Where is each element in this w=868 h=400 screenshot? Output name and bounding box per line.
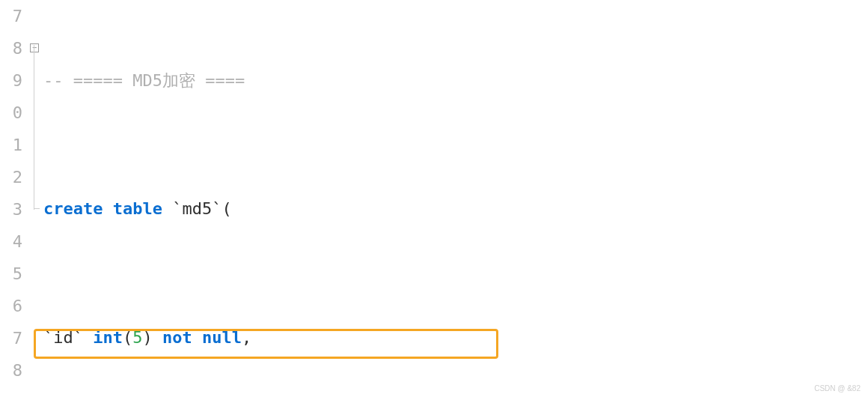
fold-guide-end: [34, 208, 40, 209]
line-number: 2: [0, 161, 22, 193]
code-line[interactable]: create table `md5`(: [43, 193, 868, 225]
watermark-text: CSDN @ &82: [814, 381, 861, 396]
line-number: 0: [0, 97, 22, 129]
kw-null: null: [202, 328, 242, 347]
code-line[interactable]: -- ===== MD5加密 ====: [43, 64, 868, 97]
line-number-gutter: 7 8 9 0 1 2 3 4 5 6 7 8: [0, 0, 28, 400]
code-editor[interactable]: 7 8 9 0 1 2 3 4 5 6 7 8 − -- ===== MD5加密…: [0, 0, 868, 400]
line-number: 7: [0, 0, 22, 32]
line-number: 4: [0, 225, 22, 258]
line-number: 5: [0, 258, 22, 290]
line-number: 3: [0, 193, 22, 225]
fold-toggle-icon[interactable]: −: [30, 43, 39, 52]
line-number: 8: [0, 32, 22, 64]
line-number: 8: [0, 354, 22, 387]
line-number: 6: [0, 290, 22, 322]
kw-int: int: [93, 328, 123, 347]
code-area[interactable]: -- ===== MD5加密 ==== create table `md5`( …: [42, 0, 868, 400]
kw-not: not: [162, 328, 192, 347]
fold-guide-line: [34, 45, 34, 210]
sql-comment: -- ===== MD5加密 ====: [43, 71, 245, 90]
kw-table: table: [113, 199, 162, 218]
line-number: 7: [0, 322, 22, 354]
fold-column: −: [28, 0, 42, 400]
line-number: 1: [0, 129, 22, 161]
line-number: 9: [0, 64, 22, 97]
code-line[interactable]: `id` int(5) not null,: [43, 321, 868, 354]
kw-create: create: [43, 199, 103, 218]
